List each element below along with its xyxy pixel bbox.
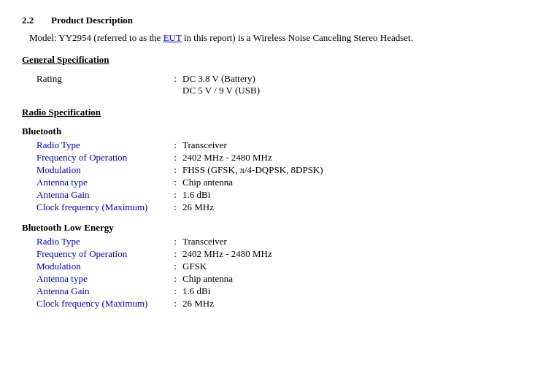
spec-row: Clock frequency (Maximum):26 MHz — [22, 201, 521, 213]
spec-row: Radio Type:Transceiver — [22, 236, 521, 247]
spec-colon: : — [168, 236, 182, 247]
spec-colon: : — [168, 139, 182, 151]
rating-label: Rating — [22, 73, 168, 85]
ble-label: Bluetooth Low Energy — [22, 222, 521, 234]
rating-value: DC 3.8 V (Battery) DC 5 V / 9 V (USB) — [182, 73, 521, 96]
spec-row: Antenna Gain:1.6 dBi — [22, 285, 521, 297]
section-heading: 2.2Product Description — [22, 15, 521, 26]
spec-label: Modulation — [22, 261, 168, 272]
rating-line2: DC 5 V / 9 V (USB) — [182, 85, 521, 96]
spec-colon: : — [168, 201, 182, 213]
spec-row: Clock frequency (Maximum):26 MHz — [22, 298, 521, 310]
general-spec-heading: General Specification — [22, 54, 521, 66]
spec-label: Clock frequency (Maximum) — [22, 201, 168, 213]
spec-label: Antenna type — [22, 273, 168, 285]
bluetooth-rows: Radio Type:TransceiverFrequency of Opera… — [22, 139, 521, 213]
section-number: 2.2 — [22, 15, 51, 26]
spec-colon: : — [168, 164, 182, 176]
ble-group: Bluetooth Low Energy Radio Type:Transcei… — [22, 222, 521, 310]
spec-row: Modulation:FHSS (GFSK, π/4-DQPSK, 8DPSK) — [22, 164, 521, 176]
spec-colon: : — [168, 177, 182, 188]
radio-spec-heading: Radio Specification — [22, 107, 521, 118]
spec-label: Antenna Gain — [22, 189, 168, 201]
eut-link: EUT — [163, 32, 182, 43]
spec-label: Clock frequency (Maximum) — [22, 298, 168, 310]
general-spec-section: General Specification Rating : DC 3.8 V … — [22, 54, 521, 96]
spec-value: FHSS (GFSK, π/4-DQPSK, 8DPSK) — [182, 164, 521, 176]
spec-label: Frequency of Operation — [22, 152, 168, 164]
spec-value: 2402 MHz - 2480 MHz — [182, 152, 521, 164]
bluetooth-label: Bluetooth — [22, 126, 521, 137]
spec-value: 1.6 dBi — [182, 189, 521, 201]
spec-colon: : — [168, 273, 182, 285]
spec-row: Frequency of Operation:2402 MHz - 2480 M… — [22, 152, 521, 164]
spec-value: 2402 MHz - 2480 MHz — [182, 248, 521, 260]
spec-colon: : — [168, 152, 182, 164]
spec-colon: : — [168, 189, 182, 201]
spec-row: Antenna type:Chip antenna — [22, 177, 521, 188]
spec-value: Chip antenna — [182, 273, 521, 285]
rating-line1: DC 3.8 V (Battery) — [182, 73, 521, 85]
bluetooth-group: Bluetooth Radio Type:TransceiverFrequenc… — [22, 126, 521, 213]
spec-value: Transceiver — [182, 236, 521, 247]
spec-label: Radio Type — [22, 236, 168, 247]
model-text-prefix: Model: YY2954 (referred to as the — [29, 32, 163, 43]
model-description: Model: YY2954 (referred to as the EUT in… — [22, 32, 521, 44]
spec-row: Frequency of Operation:2402 MHz - 2480 M… — [22, 248, 521, 260]
spec-colon: : — [168, 285, 182, 297]
spec-row: Antenna Gain:1.6 dBi — [22, 189, 521, 201]
spec-row: Modulation:GFSK — [22, 261, 521, 272]
section-title: Product Description — [51, 15, 133, 26]
spec-label: Radio Type — [22, 139, 168, 151]
spec-value: GFSK — [182, 261, 521, 272]
spec-label: Frequency of Operation — [22, 248, 168, 260]
rating-colon: : — [168, 73, 182, 85]
spec-colon: : — [168, 248, 182, 260]
spec-label: Modulation — [22, 164, 168, 176]
radio-spec-section: Radio Specification Bluetooth Radio Type… — [22, 107, 521, 310]
spec-row: Antenna type:Chip antenna — [22, 273, 521, 285]
spec-value: Transceiver — [182, 139, 521, 151]
spec-label: Antenna Gain — [22, 285, 168, 297]
spec-colon: : — [168, 298, 182, 310]
spec-value: 26 MHz — [182, 298, 521, 310]
spec-value: 1.6 dBi — [182, 285, 521, 297]
rating-row: Rating : DC 3.8 V (Battery) DC 5 V / 9 V… — [22, 73, 521, 96]
spec-row: Radio Type:Transceiver — [22, 139, 521, 151]
spec-colon: : — [168, 261, 182, 272]
model-text-suffix: in this report) is a Wireless Noise Canc… — [182, 32, 413, 43]
spec-value: 26 MHz — [182, 201, 521, 213]
spec-label: Antenna type — [22, 177, 168, 188]
spec-value: Chip antenna — [182, 177, 521, 188]
ble-rows: Radio Type:TransceiverFrequency of Opera… — [22, 236, 521, 310]
